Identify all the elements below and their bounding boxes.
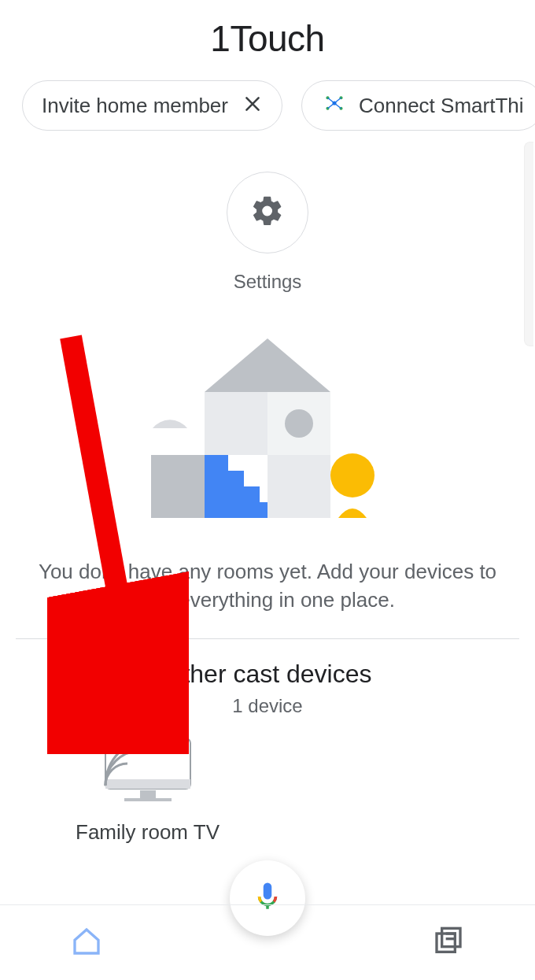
svg-rect-6 bbox=[205, 392, 268, 455]
divider bbox=[16, 638, 519, 639]
cast-device-family-room-tv[interactable]: Family room TV bbox=[76, 734, 220, 845]
close-icon[interactable] bbox=[242, 94, 263, 118]
svg-point-8 bbox=[285, 409, 313, 438]
page-title: 1Touch bbox=[0, 0, 535, 60]
other-cast-devices-count: 1 device bbox=[0, 695, 535, 717]
nav-feed-button[interactable] bbox=[425, 919, 472, 967]
connect-smartthings-chip[interactable]: Connect SmartThi bbox=[301, 80, 535, 131]
invite-home-member-chip[interactable]: Invite home member bbox=[22, 80, 282, 131]
svg-rect-16 bbox=[124, 798, 172, 801]
svg-point-12 bbox=[330, 453, 374, 497]
tv-cast-icon bbox=[101, 734, 195, 806]
scrollbar[interactable] bbox=[524, 142, 533, 346]
svg-rect-14 bbox=[105, 779, 190, 789]
feed-icon bbox=[433, 926, 464, 960]
nav-home-button[interactable] bbox=[63, 919, 110, 967]
home-icon bbox=[71, 926, 102, 960]
svg-marker-5 bbox=[205, 338, 330, 392]
gear-icon bbox=[250, 194, 285, 231]
svg-rect-19 bbox=[437, 934, 455, 952]
chip-label: Connect SmartThi bbox=[359, 94, 524, 118]
settings-button[interactable] bbox=[227, 172, 308, 253]
device-label: Family room TV bbox=[76, 820, 220, 845]
bottom-navigation bbox=[0, 904, 535, 980]
home-illustration bbox=[0, 334, 535, 523]
other-cast-devices-title: Other cast devices bbox=[0, 660, 535, 689]
svg-rect-9 bbox=[151, 455, 205, 518]
suggestion-chip-row: Invite home member Connect SmartThi bbox=[0, 60, 535, 131]
svg-rect-11 bbox=[268, 455, 330, 518]
svg-rect-15 bbox=[140, 790, 156, 798]
chip-label: Invite home member bbox=[42, 94, 228, 118]
settings-label: Settings bbox=[234, 271, 302, 293]
empty-state-text: You don't have any rooms yet. Add your d… bbox=[0, 523, 535, 638]
smartthings-icon bbox=[321, 90, 348, 122]
